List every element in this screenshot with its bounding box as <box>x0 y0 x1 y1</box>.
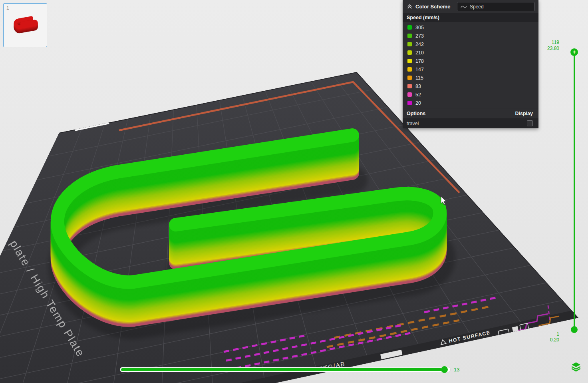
legend-item: 178 <box>403 57 538 65</box>
legend-item: 210 <box>403 48 538 57</box>
add-color-change-button[interactable]: + <box>570 48 578 56</box>
legend-swatch <box>407 59 412 63</box>
model-preview-icon <box>13 16 39 34</box>
display-label: Display <box>515 111 533 116</box>
legend-section-title: Speed (mm/s) <box>403 13 538 22</box>
legend-swatch <box>407 101 412 105</box>
layer-slider-track[interactable] <box>574 52 575 330</box>
legend-swatch <box>407 42 412 46</box>
legend-item: 273 <box>403 32 538 40</box>
panel-header: Color Scheme Speed <box>403 0 538 13</box>
speed-curve-icon <box>461 5 467 9</box>
color-scheme-value: Speed <box>470 4 484 10</box>
legend-item: 115 <box>403 74 538 82</box>
move-slider-thumb[interactable] <box>441 366 448 373</box>
move-slider-fill <box>121 368 442 371</box>
legend-value: 305 <box>415 25 424 30</box>
speed-legend: 305273242210178147115835220 <box>403 22 538 108</box>
layer-slider-thumb[interactable] <box>571 326 578 333</box>
legend-value: 210 <box>415 50 424 56</box>
legend-value: 242 <box>415 42 424 47</box>
legend-item: 305 <box>403 23 538 32</box>
legend-item: 242 <box>403 40 538 48</box>
travel-row: travel <box>403 118 538 128</box>
layer-slider-max-layer: 119 <box>535 40 559 45</box>
legend-swatch <box>407 76 412 80</box>
plate-number: 1 <box>6 5 9 11</box>
legend-value: 83 <box>415 84 421 89</box>
plate-thumbnail[interactable]: 1 <box>3 3 47 47</box>
legend-swatch <box>407 34 412 38</box>
travel-checkbox[interactable] <box>527 120 533 126</box>
legend-item: 147 <box>403 65 538 74</box>
legend-value: 147 <box>415 67 424 72</box>
legend-swatch <box>407 50 412 55</box>
legend-swatch <box>407 84 412 88</box>
legend-value: 115 <box>415 75 423 81</box>
color-scheme-dropdown[interactable]: Speed <box>457 2 534 11</box>
collapse-icon[interactable] <box>407 4 413 10</box>
legend-value: 52 <box>415 92 421 98</box>
legend-item: 20 <box>403 99 538 107</box>
legend-value: 273 <box>415 33 424 39</box>
legend-value: 20 <box>415 100 421 106</box>
rim-corner-mark <box>555 323 563 329</box>
legend-item: 52 <box>403 90 538 99</box>
legend-item: 83 <box>403 82 538 90</box>
legend-swatch <box>407 92 412 97</box>
legend-swatch <box>407 25 412 30</box>
options-label: Options <box>407 111 425 116</box>
panel-title: Color Scheme <box>415 4 450 10</box>
layers-view-icon[interactable] <box>571 361 581 372</box>
layer-slider-min-layer: 1 <box>535 331 559 337</box>
layer-slider-min-height: 0.20 <box>535 337 559 343</box>
options-row: Options Display <box>403 108 538 118</box>
move-slider-value: 13 <box>454 367 459 373</box>
legend-swatch <box>407 67 412 72</box>
layer-slider-max-height: 23.80 <box>535 46 559 51</box>
legend-value: 178 <box>415 58 424 64</box>
color-scheme-panel: Color Scheme Speed Speed (mm/s) 30527324… <box>403 0 538 128</box>
travel-label: travel <box>407 121 419 126</box>
